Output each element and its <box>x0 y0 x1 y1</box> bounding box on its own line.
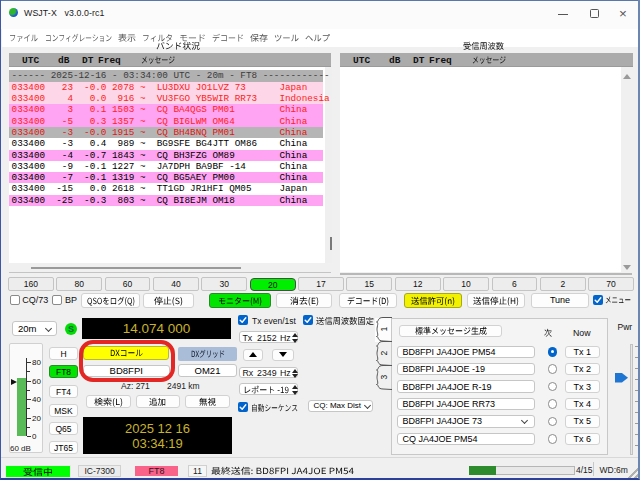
svg-text:3: 3 <box>379 374 389 379</box>
svg-text:1: 1 <box>379 326 389 331</box>
svg-text:2: 2 <box>379 350 389 355</box>
